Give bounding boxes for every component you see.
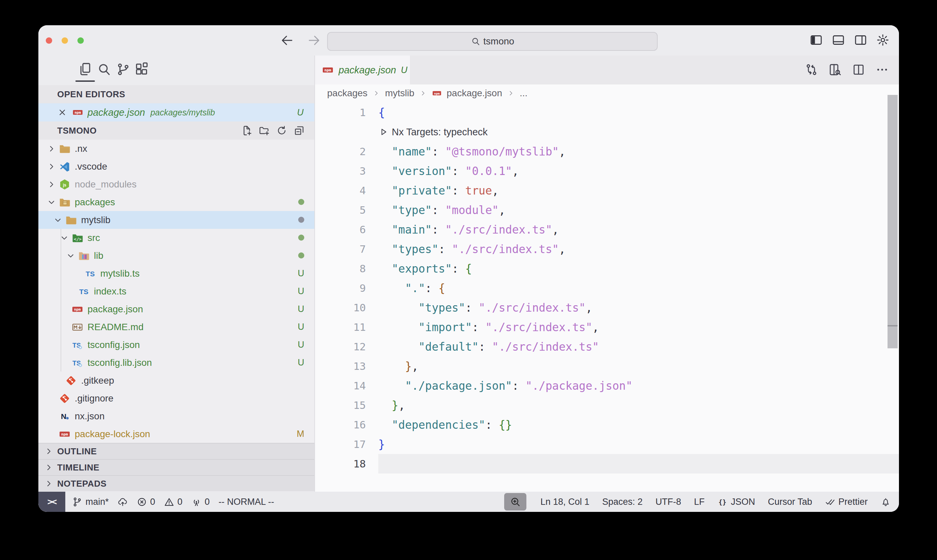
close-window-button[interactable] [46,37,52,44]
tree-item--gitignore[interactable]: .gitignore [38,389,314,407]
open-preview-icon[interactable] [828,63,842,76]
layout-sidebar-left-icon[interactable] [809,33,823,47]
navigate-back-icon[interactable] [280,33,294,48]
split-editor-icon[interactable] [852,63,865,76]
tree-item-packages[interactable]: packages [38,193,314,211]
tree-item-tsconfig-lib-json[interactable]: TStsconfig.lib.jsonU [38,354,314,372]
chevron-down-icon[interactable] [66,251,76,261]
more-actions-icon[interactable] [875,63,889,76]
open-editor-item[interactable]: npm package.json packages/mytslib U [38,103,314,122]
code-line-18[interactable]: 18 [315,454,899,474]
formatter[interactable]: Prettier [825,497,868,507]
tree-item-mytslib[interactable]: mytslib [38,211,314,229]
tree-item-tsconfig-json[interactable]: TStsconfig.jsonU [38,336,314,354]
minimize-window-button[interactable] [62,37,68,44]
indentation[interactable]: Spaces: 2 [602,497,643,507]
search-icon[interactable] [96,62,112,77]
layout-sidebar-right-icon[interactable] [854,33,867,47]
tree-item--gitkeep[interactable]: .gitkeep [38,372,314,389]
code-line-14[interactable]: 14 "./package.json": "./package.json" [315,376,899,395]
code-line-6[interactable]: 6 "main": "./src/index.ts", [315,220,899,239]
editor-scrollbar[interactable] [888,95,898,348]
tree-item-nx-json[interactable]: Nnx.json [38,407,314,425]
collapse-all-icon[interactable] [294,125,305,136]
run-icon[interactable] [378,127,388,137]
code-line-7[interactable]: 7 "types": "./src/index.ts", [315,239,899,259]
tree-item-index-ts[interactable]: TSindex.tsU [38,282,314,300]
breadcrumb-item[interactable]: packages [327,88,368,98]
chevron-right-icon[interactable] [46,179,57,190]
source-control-icon[interactable] [115,62,131,77]
tree-item-src[interactable]: </>src [38,229,314,247]
code-line-1[interactable]: 1{ [315,103,899,122]
language-mode[interactable]: {}JSON [717,497,755,507]
extensions-icon[interactable] [134,62,149,77]
code-line-16[interactable]: 16 "dependencies": {} [315,415,899,434]
layout-panel-icon[interactable] [832,33,845,47]
formatter-label: Prettier [839,497,868,507]
code-line-5[interactable]: 5 "type": "module", [315,200,899,220]
code-line-4[interactable]: 4 "private": true, [315,181,899,200]
cursor-position[interactable]: Ln 18, Col 1 [540,497,590,507]
breadcrumb-item[interactable]: ... [520,88,528,98]
navigate-forward-icon[interactable] [307,33,321,48]
tree-item--nx[interactable]: .nx [38,140,314,157]
chevron-down-icon[interactable] [155,62,171,77]
notifications[interactable] [880,497,891,507]
search-icon [471,36,481,46]
cursor-tab[interactable]: Cursor Tab [768,497,812,507]
tree-item-lib[interactable]: lib [38,247,314,265]
code-editor[interactable]: 1{Nx Targets: typecheck2 "name": "@tsmon… [315,103,899,474]
tree-item-package-json[interactable]: npmpackage.jsonU [38,300,314,318]
codelens[interactable]: Nx Targets: typecheck [315,122,899,142]
publish[interactable] [117,497,128,507]
code-line-3[interactable]: 3 "version": "0.0.1", [315,161,899,181]
tree-item--vscode[interactable]: .vscode [38,157,314,175]
eol[interactable]: LF [694,497,705,507]
chevron-down-icon[interactable] [59,232,70,243]
zoom-window-button[interactable] [77,37,84,44]
chevron-right-icon[interactable] [46,161,57,172]
code-line-8[interactable]: 8 "exports": { [315,259,899,278]
close-editor-icon[interactable] [57,107,67,117]
open-editors-section-header[interactable]: OPEN EDITORS [38,85,314,103]
tree-item-mytslib-ts[interactable]: TSmytslib.tsU [38,265,314,282]
code-line-9[interactable]: 9 ".": { [315,278,899,298]
new-folder-icon[interactable] [258,125,270,136]
errors[interactable]: 0 [137,497,155,507]
code-line-10[interactable]: 10 "types": "./src/index.ts", [315,298,899,317]
tree-item-node-modules[interactable]: jsnode_modules [38,175,314,193]
cursor-tab-label: Cursor Tab [768,497,812,507]
encoding[interactable]: UTF-8 [655,497,681,507]
command-center-search[interactable]: tsmono [327,32,658,51]
vim-mode[interactable]: -- NORMAL -- [218,497,274,507]
code-line-17[interactable]: 17} [315,434,899,454]
compare-changes-icon[interactable] [805,63,818,76]
remote-indicator[interactable]: >< [38,492,65,512]
chevron-down-icon[interactable] [46,197,57,208]
explorer-section-header[interactable]: TSMONO [38,122,314,140]
code-line-2[interactable]: 2 "name": "@tsmono/mytslib", [315,142,899,161]
tab-package-json[interactable]: npm package.json U [315,55,410,85]
warnings[interactable]: 0 [164,497,182,507]
tree-item-package-lock-json[interactable]: npmpackage-lock.jsonM [38,425,314,443]
breadcrumb-item[interactable]: mytslib [385,88,414,98]
code-line-12[interactable]: 12 "default": "./src/index.ts" [315,337,899,356]
new-file-icon[interactable] [241,125,252,136]
breadcrumb-item[interactable]: package.json [447,88,502,98]
refresh-icon[interactable] [276,125,288,136]
code-line-11[interactable]: 11 "import": "./src/index.ts", [315,317,899,337]
explorer-icon[interactable] [77,62,93,77]
git-branch[interactable]: main* [72,497,109,507]
section-header-notepads[interactable]: NOTEPADS [38,475,314,491]
section-header-timeline[interactable]: TIMELINE [38,459,314,475]
tree-item-readme-md[interactable]: README.mdU [38,318,314,336]
chevron-right-icon[interactable] [46,143,57,154]
code-line-13[interactable]: 13 }, [315,356,899,376]
chevron-down-icon[interactable] [53,215,64,226]
code-line-15[interactable]: 15 }, [315,395,899,415]
gear-icon[interactable] [876,33,889,47]
section-header-outline[interactable]: OUTLINE [38,443,314,459]
zoom-indicator[interactable] [504,493,526,511]
ports[interactable]: 0 [191,497,210,507]
